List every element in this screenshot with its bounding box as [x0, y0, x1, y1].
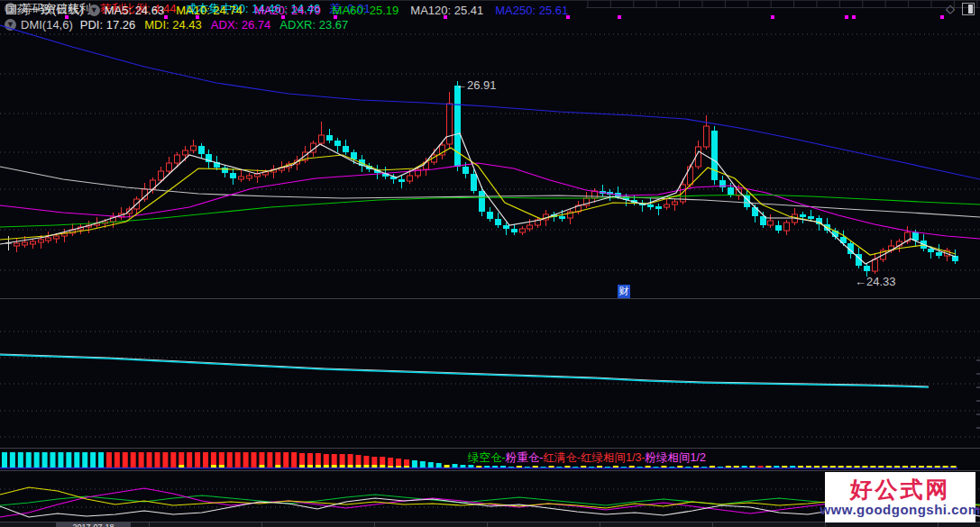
stock-chart-app: 国药一致(日线) ▼ MA5: 24.63MA10: 24.74MA20: 24… [0, 0, 980, 527]
date-axis-bar: 2017-07-18 [0, 522, 980, 527]
candlesticks [5, 81, 958, 277]
watermark: 好公式网 www.goodgongshi.com [825, 472, 975, 522]
indicator-value: MA120: 25.41 [410, 4, 483, 17]
watermark-url: www.goodgongshi.com [820, 502, 980, 517]
gridlines [0, 34, 980, 507]
date-tick [712, 522, 713, 527]
chevron-down-icon[interactable]: ▼ [88, 5, 100, 16]
top-bar: 国药一致(日线) ▼ MA5: 24.63MA10: 24.74MA20: 24… [0, 0, 980, 20]
diamond-icon[interactable]: ◇ [946, 3, 955, 15]
date-tick [261, 522, 262, 527]
date-cell: 2017-07-18 [56, 522, 131, 527]
date-tick [374, 522, 375, 527]
high-price-label: ←26.91 [455, 78, 497, 92]
date-tick [600, 522, 600, 527]
date-tick [487, 522, 488, 527]
watermark-title: 好公式网 [850, 477, 951, 502]
legend-segment: 粉绿相间1/2 [646, 451, 706, 464]
indicator-value: MA10: 24.74 [176, 4, 243, 17]
legend-segment: 绿空仓- [468, 451, 506, 464]
indicator-value: MA250: 25.61 [495, 4, 568, 17]
ma-lines [0, 25, 980, 264]
date-label: 2017-07-18 [56, 522, 131, 527]
legend-segment: 红满仓- [543, 451, 581, 464]
panel-layout-icon[interactable] [962, 3, 975, 15]
indicator-value: MA20: 24.79 [254, 4, 321, 17]
finance-report-marker[interactable]: 财 [618, 285, 630, 298]
ma-values: MA5: 24.63MA10: 24.74MA20: 24.79MA60: 25… [105, 4, 581, 17]
date-tick [938, 522, 939, 527]
indicator-value: MA5: 24.63 [105, 4, 165, 17]
date-tick [825, 522, 826, 527]
legend-segment: 粉重仓- [506, 451, 544, 464]
position-legend: 绿空仓-粉重仓-红满仓-红绿相间1/3-粉绿相间1/2 [468, 450, 706, 466]
header-icons: ◇ [946, 3, 975, 15]
symbol-title: 国药一致(日线) [5, 2, 84, 18]
date-tick [149, 522, 150, 527]
low-price-label: ←24.33 [855, 275, 896, 288]
legend-segment: 红绿相间1/3- [581, 451, 646, 464]
indicator-value: MA60: 25.19 [333, 4, 399, 17]
cost-lines [0, 354, 980, 428]
